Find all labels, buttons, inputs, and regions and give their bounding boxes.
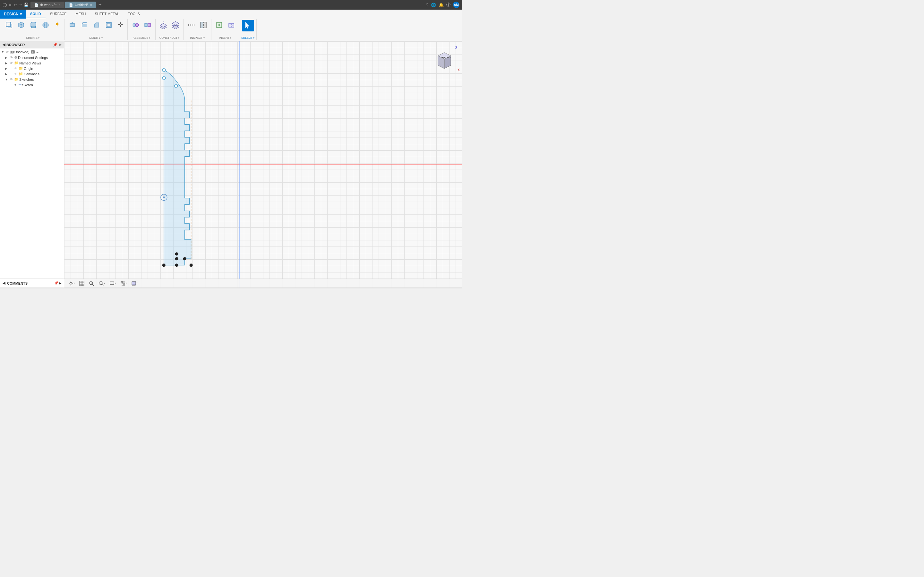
svg-point-49: [162, 77, 166, 80]
effects-btn[interactable]: ▾: [119, 280, 128, 287]
tab-untitled[interactable]: 📄 Untitled* ×: [65, 2, 96, 8]
insert-label[interactable]: INSERT ▾: [219, 36, 232, 39]
svg-line-90: [102, 284, 103, 285]
svg-point-50: [174, 85, 178, 88]
view-display-chevron: ▾: [115, 282, 116, 285]
tree-arrow-doc-settings: ▶: [5, 56, 9, 59]
close-tab-untitled[interactable]: ×: [90, 3, 92, 7]
svg-rect-99: [132, 284, 136, 285]
hamburger-menu[interactable]: ≡: [9, 3, 11, 7]
inspect-label[interactable]: INSPECT ▾: [190, 36, 204, 39]
eye-sketch1[interactable]: 👁: [14, 83, 17, 87]
midplane-btn[interactable]: [170, 20, 181, 31]
comments-close-icon[interactable]: ▶: [59, 281, 61, 285]
rigid-group-btn[interactable]: [142, 20, 153, 31]
construct-label[interactable]: CONSTRUCT ▾: [160, 36, 180, 39]
decal-btn[interactable]: [226, 20, 237, 31]
select-label[interactable]: SELECT ▾: [241, 36, 254, 39]
label-unsaved: (Unsaved): [13, 50, 29, 54]
browser-collapse-icon[interactable]: ◀: [3, 43, 5, 47]
comments-collapse-icon[interactable]: ◀: [3, 281, 5, 285]
tab-mesh[interactable]: MESH: [71, 10, 90, 18]
new-component-btn[interactable]: +: [3, 20, 15, 31]
tree-item-origin[interactable]: ▶ 👁 👁 📁 Origin: [0, 66, 64, 71]
section-analysis-btn[interactable]: [198, 20, 209, 31]
tab-drwho[interactable]: 📄 dr who v2* ×: [31, 2, 65, 8]
select-btn[interactable]: [242, 20, 254, 31]
fit-view-btn[interactable]: ▾: [67, 280, 76, 287]
svg-point-53: [190, 263, 193, 267]
tree-item-sketches[interactable]: ▼ 👁 📁 Sketches: [0, 77, 64, 82]
box-btn[interactable]: [15, 20, 27, 31]
construct-label-text: CONSTRUCT: [160, 36, 178, 39]
browser-close-icon[interactable]: ▶: [59, 43, 61, 47]
tree-item-sketch1[interactable]: ▶ 👁 ✏ Sketch1: [0, 82, 64, 87]
close-tab-drwho[interactable]: ×: [59, 3, 61, 7]
help-icon[interactable]: ?: [426, 3, 428, 7]
bell-icon[interactable]: 🔔: [439, 3, 444, 7]
eye-origin2[interactable]: 👁: [14, 67, 17, 70]
chamfer-btn[interactable]: [91, 20, 102, 31]
env-chevron: ▾: [136, 282, 137, 285]
move-icon: ✛: [118, 21, 123, 29]
move-btn[interactable]: ✛: [115, 20, 126, 29]
joint-btn[interactable]: [129, 20, 141, 31]
press-pull-btn[interactable]: [66, 20, 78, 31]
eye-doc-settings[interactable]: 👁: [10, 56, 13, 59]
zoom-out-btn[interactable]: ▾: [97, 280, 107, 287]
eye-unsaved[interactable]: 👁: [6, 50, 9, 54]
new-tab-btn[interactable]: +: [97, 2, 103, 8]
tree-item-unsaved[interactable]: ▼ 👁 ▣ (Unsaved) ● ☁: [0, 49, 64, 55]
shell-btn[interactable]: [103, 20, 115, 31]
env-btn[interactable]: ▾: [129, 280, 139, 287]
browser-tree: ▼ 👁 ▣ (Unsaved) ● ☁ ▶ 👁 ⚙ Document Setti…: [0, 48, 64, 279]
pin-icon[interactable]: 📌: [53, 43, 57, 47]
eye-named-views[interactable]: 👁: [10, 61, 13, 65]
assemble-label[interactable]: ASSEMBLE ▾: [133, 36, 150, 39]
tab-icon-untitled: 📄: [69, 3, 73, 7]
cylinder-btn[interactable]: [27, 20, 39, 31]
tree-item-named-views[interactable]: ▶ 👁 📁 Named Views: [0, 60, 64, 66]
globe-icon[interactable]: 🌐: [431, 3, 436, 7]
modify-label[interactable]: MODIFY ▾: [89, 36, 103, 39]
view-display-btn[interactable]: ▾: [108, 280, 118, 287]
svg-text:+: +: [10, 21, 11, 24]
tree-item-canvases[interactable]: ▶ 👁 👁 📁 Canvases: [0, 71, 64, 77]
axis-z-label: Z: [455, 46, 457, 50]
user-avatar[interactable]: AM: [453, 2, 459, 8]
offset-plane-btn[interactable]: [158, 20, 169, 31]
folder-named-views: 📁: [14, 61, 19, 65]
sphere-btn[interactable]: [40, 20, 51, 31]
comments-pin-icon[interactable]: 📌: [54, 281, 59, 285]
insert-btn[interactable]: [213, 20, 225, 31]
design-dropdown[interactable]: DESIGN ▾: [0, 10, 26, 19]
grid-btn[interactable]: [78, 280, 86, 287]
tab-surface[interactable]: SURFACE: [45, 10, 71, 18]
svg-rect-20: [107, 23, 110, 27]
zoom-in-btn[interactable]: [87, 280, 95, 287]
undo-btn[interactable]: ↩: [13, 3, 17, 7]
viewcube[interactable]: FRONT Z X: [431, 46, 457, 72]
eye-sketches[interactable]: 👁: [10, 77, 13, 81]
create-more-btn[interactable]: ✦: [52, 20, 62, 29]
save-btn[interactable]: 💾: [24, 3, 29, 7]
comments-label: COMMENTS: [7, 282, 27, 285]
fillet-btn[interactable]: [79, 20, 90, 31]
inspect-label-text: INSPECT: [190, 36, 202, 39]
create-label[interactable]: CREATE ▾: [26, 36, 39, 39]
viewport[interactable]: FRONT Z X ▾ ▾: [64, 41, 462, 287]
eye-canvases2[interactable]: 👁: [14, 72, 17, 76]
tab-tools[interactable]: TOOLS: [124, 10, 144, 18]
construct-group: CONSTRUCT ▾: [156, 19, 184, 40]
info-icon[interactable]: ⓘ: [446, 2, 451, 8]
folder-icon-unsaved: ▣: [10, 50, 13, 54]
svg-rect-24: [148, 23, 150, 27]
tab-solid[interactable]: SOLID: [26, 10, 45, 18]
measure-btn[interactable]: [186, 20, 197, 31]
svg-rect-98: [132, 282, 136, 284]
redo-btn[interactable]: ↪: [19, 3, 22, 7]
tree-arrow-named-views: ▶: [5, 61, 9, 65]
tree-arrow-canvases: ▶: [5, 73, 9, 76]
tab-sheet-metal[interactable]: SHEET METAL: [90, 10, 123, 18]
tree-item-doc-settings[interactable]: ▶ 👁 ⚙ Document Settings: [0, 55, 64, 60]
